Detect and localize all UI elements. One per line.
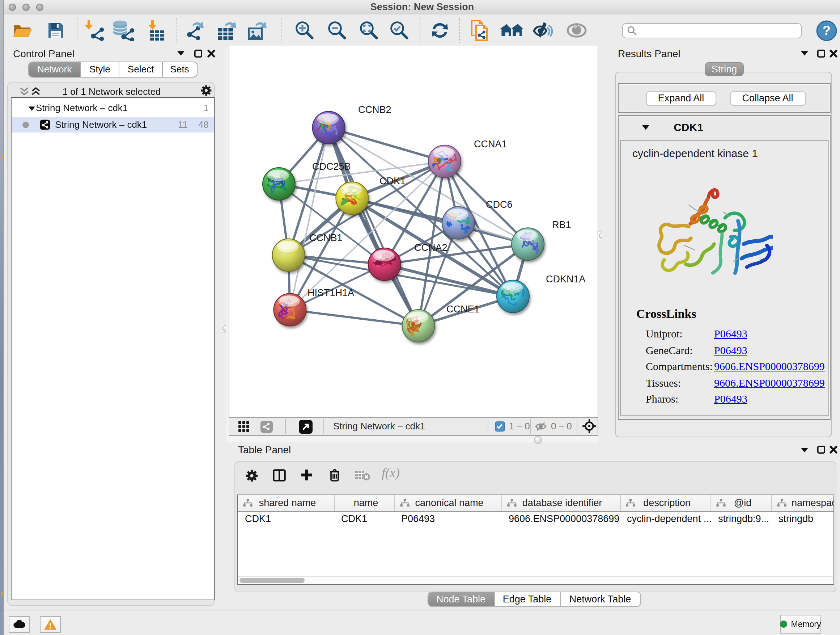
node-label-CDC25B: CDC25B xyxy=(312,161,351,172)
table-cell[interactable]: stringdb xyxy=(778,511,834,527)
table-panel-menu-button[interactable] xyxy=(800,447,809,453)
warnings-button[interactable] xyxy=(40,616,61,632)
export-image-to-file-button[interactable] xyxy=(245,19,270,41)
column-header-namespace[interactable]: namespace xyxy=(772,495,834,511)
tab-network[interactable]: Network xyxy=(28,62,81,76)
tab-select[interactable]: Select xyxy=(119,62,163,76)
control-panel-close-button[interactable] xyxy=(207,49,216,57)
table-cell[interactable]: 9606.ENSP00000378699 xyxy=(508,511,620,527)
scrollbar-thumb[interactable] xyxy=(240,578,305,583)
table-cell[interactable]: CDK1 xyxy=(341,511,393,527)
import-network-from-file-button[interactable] xyxy=(82,19,107,41)
graph-node-CDC25B[interactable] xyxy=(262,168,295,200)
results-panel-close-button[interactable] xyxy=(829,49,837,57)
results-tab-string[interactable]: String xyxy=(705,62,744,76)
network-collection-row[interactable]: String Network – cdk1 1 xyxy=(11,101,214,116)
table-panel-float-button[interactable] xyxy=(817,445,826,454)
disclosure-triangle-icon[interactable] xyxy=(642,125,650,130)
table-panel-divider[interactable] xyxy=(228,435,598,442)
tab-style[interactable]: Style xyxy=(81,62,119,76)
zoom-in-button[interactable] xyxy=(292,19,317,41)
column-header-description[interactable]: description xyxy=(621,495,711,511)
birdseye-grid-button[interactable] xyxy=(238,421,249,435)
import-network-from-database-button[interactable] xyxy=(111,19,136,41)
tab-network-table[interactable]: Network Table xyxy=(561,592,640,606)
first-neighbors-button[interactable] xyxy=(499,19,523,41)
window-minimize-button[interactable] xyxy=(22,4,29,11)
collapse-all-button[interactable]: Collapse All xyxy=(729,91,806,105)
graph-node-RB1[interactable] xyxy=(511,228,544,260)
copy-style-button[interactable] xyxy=(467,19,492,41)
crosslink-link[interactable]: P06493 xyxy=(714,328,747,340)
selected-indicator-checkbox[interactable] xyxy=(494,421,505,431)
graph-node-CDK1[interactable] xyxy=(335,182,368,214)
eye-hide-icon xyxy=(532,21,554,40)
graph-node-CDKN1A[interactable] xyxy=(496,280,529,313)
search-field[interactable] xyxy=(622,23,801,38)
hide-selected-button[interactable] xyxy=(531,19,555,41)
table-cell[interactable]: P06493 xyxy=(401,511,500,527)
control-panel-menu-button[interactable] xyxy=(176,50,185,57)
table-cell[interactable]: stringdb:9... xyxy=(718,511,772,527)
table-panel-close-button[interactable] xyxy=(829,445,837,454)
crosslink-link[interactable]: P06493 xyxy=(714,344,747,356)
apply-layout-button[interactable] xyxy=(428,19,452,41)
export-table-to-file-button[interactable] xyxy=(215,19,239,41)
apply-function-button[interactable]: f(x) xyxy=(382,466,400,481)
show-all-button[interactable] xyxy=(564,19,589,41)
graph-node-HIST1H1A[interactable] xyxy=(273,294,306,326)
save-session-button[interactable] xyxy=(43,19,68,41)
toggle-panes-button[interactable] xyxy=(272,469,286,485)
window-close-button[interactable] xyxy=(9,4,16,11)
zoom-out-button[interactable] xyxy=(325,19,349,41)
zoom-selected-button[interactable] xyxy=(387,19,411,41)
crosslink-link[interactable]: P06493 xyxy=(714,393,747,405)
zoom-fit-button[interactable] xyxy=(356,19,381,41)
import-table-from-file-button[interactable] xyxy=(142,19,167,41)
graph-node-CCNA2[interactable] xyxy=(368,248,401,280)
delete-column-button[interactable] xyxy=(328,469,340,485)
graph-node-CDC6[interactable] xyxy=(442,207,474,239)
horizontal-divider-grip-dot[interactable] xyxy=(534,436,542,444)
network-share-button[interactable] xyxy=(260,420,272,432)
search-input[interactable] xyxy=(639,24,801,37)
results-panel-menu-button[interactable] xyxy=(800,50,809,57)
birdseye-toggle-button[interactable] xyxy=(582,419,596,436)
column-header-id[interactable]: @id xyxy=(711,495,772,511)
graph-node-CCNA1[interactable] xyxy=(428,145,461,178)
cloud-status-button[interactable] xyxy=(9,616,30,632)
graph-node-CCNE1[interactable] xyxy=(402,310,434,342)
crosslink-link[interactable]: 9606.ENSP00000378699 xyxy=(714,377,825,389)
crosslink-link[interactable]: 9606.ENSP00000378699 xyxy=(714,361,825,373)
tab-edge-table[interactable]: Edge Table xyxy=(494,592,561,606)
table-settings-button[interactable] xyxy=(245,469,258,485)
export-network-to-file-button[interactable] xyxy=(184,19,208,41)
window-zoom-button[interactable] xyxy=(36,4,43,11)
expand-all-button[interactable]: Expand All xyxy=(646,91,716,105)
network-row-label: String Network – cdk1 xyxy=(55,119,147,130)
column-header-canonical-name[interactable]: canonical name xyxy=(395,495,502,511)
table-horizontal-scrollbar[interactable] xyxy=(238,576,833,584)
tab-sets[interactable]: Sets xyxy=(163,62,196,76)
graph-node-CCNB2[interactable] xyxy=(312,111,345,144)
delete-table-button[interactable] xyxy=(354,470,370,484)
add-column-button[interactable] xyxy=(300,469,313,485)
network-canvas[interactable]: CCNB2CCNA1CDC25BCDK1CDC6RB1CCNB1CCNA2CDK… xyxy=(228,46,598,417)
column-header-shared-name[interactable]: shared name xyxy=(238,495,335,511)
section-header-gene[interactable]: CDK1 xyxy=(660,120,717,133)
memory-status-button[interactable]: Memory xyxy=(780,615,821,633)
help-button[interactable]: ? xyxy=(814,19,838,41)
results-panel-float-button[interactable] xyxy=(817,49,826,57)
table-cell[interactable]: CDK1 xyxy=(245,511,332,527)
column-header-database-identifier[interactable]: database identifier xyxy=(502,495,621,511)
open-session-button[interactable] xyxy=(10,19,35,41)
table-cell[interactable]: cyclin-dependent ... xyxy=(627,511,711,527)
network-row-selected[interactable]: String Network – cdk1 11 48 xyxy=(11,117,214,132)
float-window-icon xyxy=(194,49,202,57)
tab-node-table[interactable]: Node Table xyxy=(428,592,494,606)
column-header-name[interactable]: name xyxy=(335,495,395,511)
graph-node-CCNB1[interactable] xyxy=(272,239,305,272)
control-panel-float-button[interactable] xyxy=(194,49,202,57)
shared-column-icon xyxy=(625,499,635,507)
open-in-new-window-button[interactable] xyxy=(298,420,312,433)
